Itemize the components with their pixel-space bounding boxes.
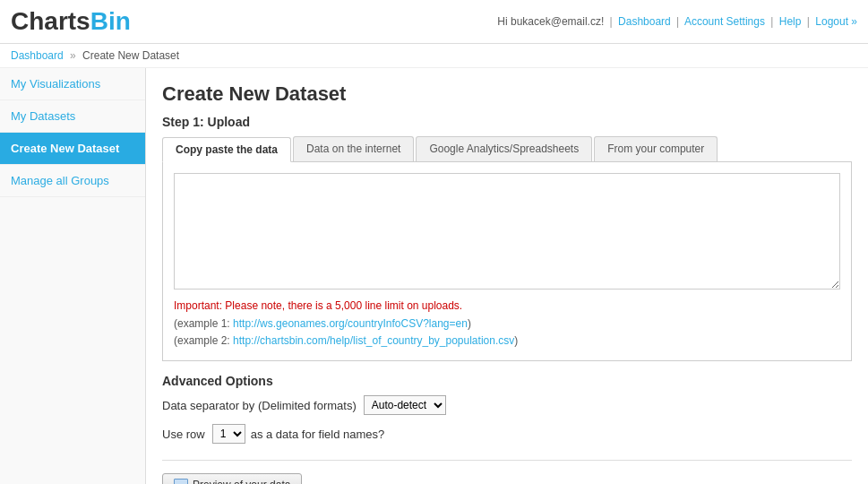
account-settings-link[interactable]: Account Settings: [684, 15, 765, 28]
example-url1[interactable]: http://ws.geonames.org/countryInfoCSV?la…: [233, 317, 468, 330]
sidebar-item-my-datasets[interactable]: My Datasets: [0, 100, 145, 133]
tab-data-internet[interactable]: Data on the internet: [293, 136, 414, 161]
sidebar-item-create-new-dataset[interactable]: Create New Dataset: [0, 133, 145, 165]
example-url2[interactable]: http://chartsbin.com/help/list_of_countr…: [233, 334, 514, 347]
preview-button-label: Preview of your data: [193, 479, 290, 484]
page-title: Create New Dataset: [162, 82, 852, 106]
logo: ChartsBin: [11, 7, 131, 36]
breadcrumb-current: Create New Dataset: [82, 49, 179, 62]
logo-bin: Bin: [90, 7, 131, 35]
breadcrumb-dashboard[interactable]: Dashboard: [11, 49, 64, 62]
user-greeting: Hi bukacek@email.cz!: [497, 15, 604, 28]
sidebar-item-manage-all-groups[interactable]: Manage all Groups: [0, 165, 145, 197]
example-links: (example 1: http://ws.geonames.org/count…: [174, 315, 840, 350]
data-textarea[interactable]: [174, 173, 840, 290]
tab-google-analytics[interactable]: Google Analytics/Spreadsheets: [416, 136, 592, 161]
step-label: Step 1: Upload: [162, 115, 852, 129]
advanced-title: Advanced Options: [162, 374, 852, 388]
header: ChartsBin Hi bukacek@email.cz! | Dashboa…: [0, 0, 868, 44]
row-label: Use row: [162, 428, 205, 441]
layout: My Visualizations My Datasets Create New…: [0, 68, 868, 484]
breadcrumb: Dashboard » Create New Dataset: [0, 44, 868, 68]
breadcrumb-sep: »: [70, 49, 79, 62]
main-content: Create New Dataset Step 1: Upload Copy p…: [146, 68, 868, 484]
tab-copy-paste[interactable]: Copy paste the data: [162, 137, 291, 162]
sep3: |: [770, 15, 773, 28]
sidebar: My Visualizations My Datasets Create New…: [0, 68, 146, 484]
tabs: Copy paste the data Data on the internet…: [162, 136, 852, 162]
separator-select[interactable]: Auto-detect Comma Semicolon Tab Space: [364, 395, 446, 415]
warning-text: Important: Please note, there is a 5,000…: [174, 299, 840, 312]
preview-icon: [174, 479, 188, 484]
preview-section: Preview of your data: [162, 460, 852, 484]
separator-label: Data separator by (Delimited formats): [162, 399, 357, 412]
row-suffix: as a data for field names?: [251, 428, 385, 441]
advanced-options: Advanced Options Data separator by (Deli…: [162, 374, 852, 444]
tab-from-computer[interactable]: From your computer: [594, 136, 718, 161]
help-link[interactable]: Help: [779, 15, 802, 28]
sep4: |: [807, 15, 810, 28]
logout-link[interactable]: Logout »: [815, 15, 857, 28]
preview-button[interactable]: Preview of your data: [162, 473, 302, 484]
tab-content: Important: Please note, there is a 5,000…: [162, 162, 852, 361]
dashboard-link[interactable]: Dashboard: [618, 15, 671, 28]
row-option-row: Use row 1 2 3 4 5 as a data for field na…: [162, 424, 852, 444]
sep2: |: [676, 15, 679, 28]
sep1: |: [610, 15, 613, 28]
user-nav: Hi bukacek@email.cz! | Dashboard | Accou…: [497, 15, 857, 28]
sidebar-item-my-visualizations[interactable]: My Visualizations: [0, 68, 145, 100]
separator-row: Data separator by (Delimited formats) Au…: [162, 395, 852, 415]
row-select[interactable]: 1 2 3 4 5: [212, 424, 245, 444]
